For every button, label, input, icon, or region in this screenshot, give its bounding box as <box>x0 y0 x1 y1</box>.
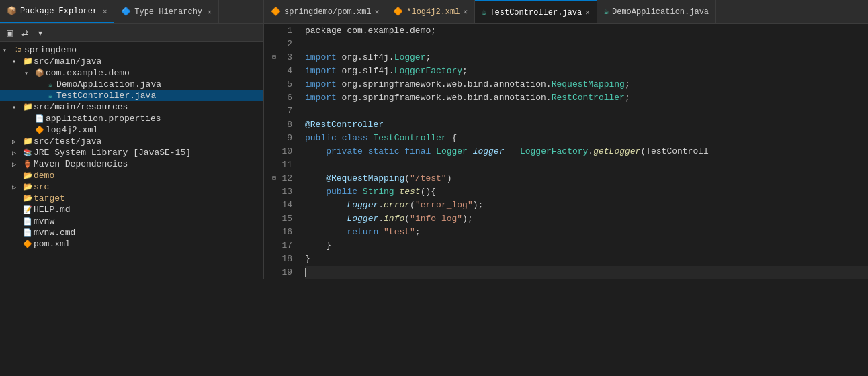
tree-item-log4j2-xml[interactable]: 🔶 log4j2.xml <box>0 124 263 136</box>
lineno-5: 5 <box>279 78 298 91</box>
log4j2-tab-label: *log4j2.xml <box>406 7 460 17</box>
editor-tab-test-controller[interactable]: ☕ TestController.java ✕ <box>475 0 597 23</box>
arrow-maven: ▷ <box>12 160 21 169</box>
lineno-18: 18 <box>279 252 298 266</box>
tree-item-demo-application[interactable]: ☕ DemoApplication.java <box>0 79 263 90</box>
editor-tab-log4j2[interactable]: 🔶 *log4j2.xml ✕ <box>386 0 475 23</box>
editor-tab-demo-application[interactable]: ☕ DemoApplication.java <box>597 0 716 23</box>
fold-16 <box>269 226 279 239</box>
label-src-main-java: src/main/java <box>34 56 101 66</box>
line-numbers-gutter: 1 2 ⊟ 3 4 <box>264 24 298 279</box>
tree-item-jre[interactable]: ▷ 📚 JRE System Library [JavaSE-15] <box>0 147 263 158</box>
pom-xml-tab-close[interactable]: ✕ <box>375 7 380 16</box>
tree-item-maven-deps[interactable]: ▷ 🏺 Maven Dependencies <box>0 158 263 170</box>
tab-package-explorer[interactable]: 📦 Package Explorer ✕ <box>0 0 114 23</box>
label-src-test-java: src/test/java <box>34 136 101 146</box>
editor-panel: 🔶 springdemo/pom.xml ✕ 🔶 *log4j2.xml ✕ ☕… <box>264 0 868 279</box>
code-line-15: Logger.info("info_log"); <box>305 212 868 226</box>
code-line-19 <box>305 266 868 279</box>
lineno-8: 8 <box>279 118 298 132</box>
arrow-src-main-java: ▾ <box>12 58 21 66</box>
code-line-5: import org.springframework.web.bind.anno… <box>305 78 868 91</box>
code-line-6: import org.springframework.web.bind.anno… <box>305 91 868 105</box>
tree-item-pom-xml[interactable]: 🔶 pom.xml <box>0 238 263 250</box>
tab-close-icon[interactable]: ✕ <box>103 7 107 15</box>
project-icon: 🗂 <box>12 45 24 55</box>
tree-item-target[interactable]: 📂 target <box>0 193 263 204</box>
lineno-13: 13 <box>279 185 298 199</box>
tree-item-src-folder[interactable]: ▷ 📂 src <box>0 181 263 193</box>
label-src-main-resources: src/main/resources <box>34 102 128 112</box>
target-folder-icon: 📂 <box>21 193 34 203</box>
label-help-md: HELP.md <box>34 205 71 215</box>
demo-app-tab-icon: ☕ <box>604 7 609 17</box>
tab-type-hierarchy[interactable]: 🔷 Type Hierarchy ✕ <box>114 0 219 23</box>
code-editor[interactable]: 1 2 ⊟ 3 4 <box>264 24 868 279</box>
fold-14 <box>269 199 279 212</box>
main-content: 📦 Package Explorer ✕ 🔷 Type Hierarchy ✕ … <box>0 0 868 279</box>
code-line-1: package com.example.demo; <box>305 24 868 38</box>
fold-17 <box>269 239 279 252</box>
fold-8 <box>269 118 279 132</box>
tree-item-mvnw-cmd[interactable]: 📄 mvnw.cmd <box>0 227 263 238</box>
test-controller-tab-close[interactable]: ✕ <box>585 8 590 17</box>
label-mvnw: mvnw <box>34 216 54 226</box>
fold-6 <box>269 91 279 105</box>
tree-item-demo-folder[interactable]: 📂 demo <box>0 170 263 181</box>
code-line-2 <box>305 38 868 51</box>
editor-tab-pom-xml[interactable]: 🔶 springdemo/pom.xml ✕ <box>264 0 386 23</box>
label-app-properties: application.properties <box>46 113 161 124</box>
lineno-19: 19 <box>279 266 298 279</box>
log4j2-tab-close[interactable]: ✕ <box>463 7 468 16</box>
label-log4j2-xml: log4j2.xml <box>46 125 98 135</box>
tree-item-springdemo[interactable]: ▾ 🗂 springdemo <box>0 44 263 56</box>
lineno-12: 12 <box>279 172 298 185</box>
label-jre: JRE System Library [JavaSE-15] <box>34 148 191 158</box>
fold-7 <box>269 105 279 118</box>
fold-2 <box>269 38 279 51</box>
lineno-1: 1 <box>279 24 298 38</box>
view-menu-button[interactable]: ▾ <box>34 27 46 39</box>
fold-1 <box>269 24 279 38</box>
lineno-14: 14 <box>279 199 298 212</box>
fold-12[interactable]: ⊟ <box>269 172 279 185</box>
jre-icon: 📚 <box>21 148 34 157</box>
tree-item-src-test-java[interactable]: ▷ 📁 src/test/java <box>0 136 263 147</box>
tree-item-src-main-resources[interactable]: ▾ 📁 src/main/resources <box>0 101 263 113</box>
tree-item-help-md[interactable]: 📝 HELP.md <box>0 204 263 216</box>
lineno-17: 17 <box>279 239 298 252</box>
type-hierarchy-close-icon[interactable]: ✕ <box>208 8 212 16</box>
sync-editor-button[interactable]: ⇄ <box>19 27 31 39</box>
fold-9 <box>269 132 279 145</box>
tab-package-explorer-label: Package Explorer <box>20 7 97 16</box>
package-explorer-icon: 📦 <box>7 6 17 16</box>
code-line-8: @RestController <box>305 118 868 132</box>
code-line-14: Logger.error("error_log"); <box>305 199 868 212</box>
tree-item-com-example-demo[interactable]: ▾ 📦 com.example.demo <box>0 67 263 79</box>
tree-item-app-properties[interactable]: 📄 application.properties <box>0 113 263 124</box>
code-line-17: } <box>305 239 868 252</box>
lineno-7: 7 <box>279 105 298 118</box>
arrow-com-example-demo: ▾ <box>24 69 34 77</box>
fold-13 <box>269 185 279 199</box>
tree-item-src-main-java[interactable]: ▾ 📁 src/main/java <box>0 56 263 67</box>
md-icon: 📝 <box>21 205 34 214</box>
java-file-icon-ctrl: ☕ <box>44 91 56 100</box>
demo-app-tab-label: DemoApplication.java <box>612 7 709 17</box>
lineno-4: 4 <box>279 64 298 78</box>
lineno-15: 15 <box>279 212 298 226</box>
props-icon: 📄 <box>34 114 46 123</box>
label-pom-xml: pom.xml <box>34 239 71 249</box>
tree-item-mvnw[interactable]: 📄 mvnw <box>0 216 263 227</box>
lineno-16: 16 <box>279 226 298 239</box>
arrow-src-test: ▷ <box>12 138 21 146</box>
collapse-all-button[interactable]: ▣ <box>3 27 15 39</box>
lineno-9: 9 <box>279 132 298 145</box>
fold-3[interactable]: ⊟ <box>269 51 279 64</box>
code-line-12: @RequestMapping("/test") <box>305 172 868 185</box>
fold-4 <box>269 64 279 78</box>
arrow-springdemo: ▾ <box>3 46 12 54</box>
code-line-16: return "test"; <box>305 226 868 239</box>
code-content-area[interactable]: package com.example.demo; import org.slf… <box>298 24 868 279</box>
tree-item-test-controller[interactable]: ☕ TestController.java <box>0 90 263 101</box>
